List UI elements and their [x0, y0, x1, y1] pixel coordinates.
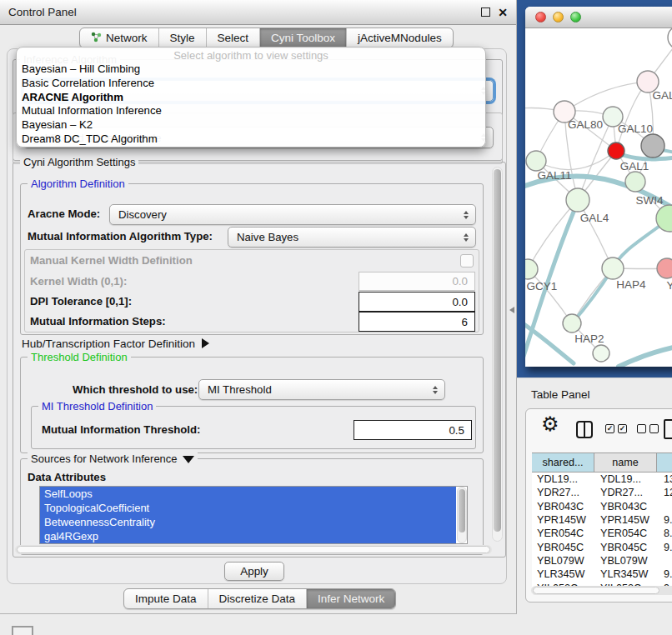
network-node-gcy1[interactable] [525, 259, 538, 279]
table-cell: YLR345W [532, 568, 595, 581]
hub-definition-label: Hub/Transcription Factor Definition [22, 338, 195, 350]
table-header-cell[interactable]: name [594, 452, 657, 472]
dropdown-item[interactable]: Basic Correlation Inference [17, 77, 485, 91]
tab-network[interactable]: Network [80, 28, 159, 48]
network-node-gal11[interactable] [526, 151, 546, 171]
table-cell: YBR045C [532, 540, 595, 553]
network-node-partial-top[interactable] [668, 28, 672, 49]
close-traffic-light[interactable] [535, 12, 546, 22]
dpi-tolerance-value: 0.0 [452, 296, 468, 308]
minimized-panel-icon[interactable] [12, 626, 33, 635]
table-row[interactable]: YDR27...YDR27...12 [532, 486, 672, 499]
network-node-gray-node[interactable] [641, 134, 664, 158]
mi-threshold-field[interactable]: 0.5 [354, 420, 472, 440]
control-panel-tabs: NetworkStyleSelectCyni ToolboxjActiveMNo… [79, 28, 454, 48]
network-node-hap2[interactable] [563, 314, 581, 332]
split-columns-icon[interactable] [576, 421, 593, 438]
table-row[interactable]: YDL19...YDL19...13 [532, 472, 672, 486]
dropdown-item[interactable]: Bayesian – Hill Climbing [17, 62, 485, 77]
table-row[interactable]: YBL079WYBL079W [532, 554, 672, 568]
document-icon[interactable] [664, 419, 672, 439]
cyni-algorithm-settings-group: Cyni Algorithm Settings Algorithm Defini… [13, 162, 506, 558]
screen: { "control_panel": { "title": "Control P… [0, 0, 672, 635]
table-row[interactable]: YBR043CYBR043C [532, 500, 672, 513]
tab-cyni-toolbox[interactable]: Cyni Toolbox [260, 28, 347, 48]
threshold-definition-title: Threshold Definition [28, 351, 131, 363]
threshold-definition-group: Threshold Definition Which threshold to … [20, 357, 484, 453]
dropdown-item[interactable]: ARACNE Algorithm [17, 91, 485, 105]
mi-threshold-label: Mutual Information Threshold: [42, 423, 200, 436]
tab-style[interactable]: Style [159, 28, 207, 48]
attribute-list-item[interactable]: SelfLoops [40, 487, 456, 501]
list-scrollbar[interactable] [457, 487, 467, 543]
network-node-red-node[interactable] [608, 142, 624, 159]
close-icon[interactable]: ✕ [498, 7, 508, 18]
gear-icon[interactable]: ⚙ [541, 412, 559, 436]
list-scrollbar-thumb[interactable] [459, 489, 465, 532]
settings-vscrollbar[interactable] [492, 167, 503, 542]
table-header-cell[interactable] [656, 452, 672, 472]
tab-discretize-data[interactable]: Discretize Data [208, 589, 308, 608]
attribute-list-item[interactable]: TopologicalCoefficient [40, 501, 456, 515]
network-node-partial-bottom[interactable] [593, 345, 609, 362]
data-attributes-list[interactable]: SelfLoopsTopologicalCoefficientBetweenne… [39, 486, 468, 544]
table-cell: YDL19... [532, 472, 595, 486]
zoom-traffic-light[interactable] [570, 12, 581, 22]
network-window-titlebar[interactable] [525, 7, 672, 28]
sources-group-title[interactable]: Sources for Network Inference [28, 452, 198, 465]
minimize-traffic-light[interactable] [553, 12, 564, 22]
deselect-all-checks-icon[interactable] [637, 424, 659, 433]
tab-label: Style [170, 32, 195, 44]
table-row[interactable]: YLR345WYLR345W9. [532, 568, 672, 581]
mi-type-combo[interactable]: Naive Bayes [228, 227, 476, 248]
dropdown-item[interactable]: Bayesian – K2 [17, 118, 485, 132]
sources-title-text: Sources for Network Inference [31, 452, 178, 465]
panel-title: Control Panel [8, 6, 77, 18]
tab-select[interactable]: Select [207, 28, 261, 48]
node-table: shared...name YDL19...YDL19...13YDR27...… [532, 452, 672, 594]
combo-arrows-icon [464, 211, 469, 219]
mi-threshold-group: MI Threshold Definition Mutual Informati… [31, 406, 476, 449]
network-node-gal1[interactable] [625, 172, 645, 192]
table-cell: YBL079W [595, 554, 659, 568]
attribute-list-item[interactable]: gal4RGexp [40, 529, 456, 543]
hub-definition-toggle[interactable]: Hub/Transcription Factor Definition [22, 338, 209, 350]
aracne-mode-combo[interactable]: Discovery [109, 204, 476, 225]
attribute-list-item[interactable]: BetweennessCentrality [40, 515, 456, 529]
table-row[interactable]: YPR145WYPR145W9. [532, 513, 672, 527]
kernel-width-field[interactable]: 0.0 [359, 272, 475, 291]
settings-vscrollbar-thumb[interactable] [494, 169, 501, 532]
tab-label: Discretize Data [219, 592, 296, 605]
which-threshold-combo[interactable]: MI Threshold [198, 379, 445, 400]
table-hscrollbar-thumb[interactable] [533, 587, 659, 594]
tab-label: jActiveMNodules [358, 32, 442, 44]
table-row[interactable]: YER054CYER054C8. [532, 527, 672, 540]
network-canvas[interactable]: GALGAL80GAL10GAL1GAL11SWI4GAL4GCY1HAP4YH… [525, 28, 672, 367]
table-cell: 9. [659, 513, 672, 527]
table-row[interactable]: YBR045CYBR045C9. [532, 540, 672, 553]
settings-hscrollbar[interactable] [15, 545, 492, 554]
apply-button-label: Apply [240, 565, 268, 578]
dropdown-item[interactable]: Dream8 DC_TDC Algorithm [17, 132, 485, 147]
tab-infer-network[interactable]: Infer Network [307, 589, 395, 608]
tab-impute-data[interactable]: Impute Data [124, 589, 208, 608]
float-window-icon[interactable] [481, 8, 490, 17]
settings-hscrollbar-thumb[interactable] [17, 546, 490, 553]
network-node-gal4[interactable] [566, 188, 589, 212]
split-pane-collapse-icon[interactable] [509, 307, 514, 313]
table-cell: YBR043C [595, 500, 659, 513]
manual-kernel-checkbox[interactable] [460, 254, 474, 268]
table-cell: YDL19... [595, 472, 659, 486]
apply-button[interactable]: Apply [224, 562, 284, 581]
table-header-cell[interactable]: shared... [532, 452, 594, 472]
dpi-tolerance-field[interactable]: 0.0 [359, 292, 475, 312]
select-all-checks-icon[interactable]: ✓✓ [605, 424, 627, 433]
tab-jactivemnodules[interactable]: jActiveMNodules [347, 28, 453, 48]
tab-label: Infer Network [318, 592, 384, 605]
network-node-salmon[interactable] [657, 258, 672, 278]
table-cell: YBL079W [532, 554, 595, 568]
dropdown-item[interactable]: Mutual Information Inference [17, 104, 485, 118]
mi-steps-field[interactable]: 6 [359, 312, 475, 332]
table-hscrollbar[interactable] [531, 586, 672, 595]
network-node-hap4[interactable] [602, 258, 624, 279]
